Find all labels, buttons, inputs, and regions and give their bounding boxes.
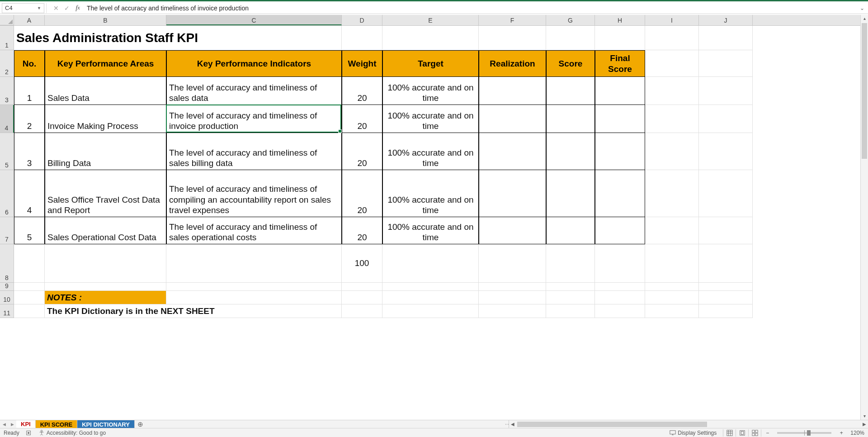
cell-finalscore[interactable] — [595, 105, 645, 133]
cell-empty[interactable] — [546, 304, 595, 318]
cell-empty[interactable] — [699, 77, 753, 105]
cell-no[interactable]: 5 — [14, 217, 45, 244]
horizontal-scrollbar[interactable]: ◀ ▶ — [509, 420, 868, 428]
scroll-down-icon[interactable]: ▾ — [861, 413, 868, 420]
column-header-C[interactable]: C — [166, 15, 342, 25]
cell-kpa[interactable]: Billing Data — [45, 133, 166, 170]
row-header-7[interactable]: 7 — [0, 217, 14, 244]
cell-empty[interactable] — [166, 244, 342, 283]
row-header-8[interactable]: 8 — [0, 244, 14, 283]
cell-target[interactable]: 100% accurate and on time — [382, 105, 479, 133]
cell-empty[interactable] — [45, 244, 166, 283]
zoom-out-button[interactable]: − — [761, 429, 774, 437]
name-box-dropdown-icon[interactable]: ▼ — [37, 6, 41, 10]
cell-empty[interactable] — [546, 26, 595, 50]
status-accessibility[interactable]: Accessibility: Good to go — [38, 430, 106, 436]
cell-empty[interactable] — [14, 283, 45, 291]
cell-empty[interactable] — [166, 283, 342, 291]
scroll-left-icon[interactable]: ◀ — [509, 422, 516, 427]
cell-empty[interactable] — [382, 26, 479, 50]
cell-score[interactable] — [546, 77, 595, 105]
zoom-in-button[interactable]: + — [835, 429, 848, 437]
normal-view-button[interactable] — [723, 429, 736, 437]
cell-empty[interactable] — [479, 26, 546, 50]
vertical-scrollbar[interactable]: ▴ ▾ — [860, 15, 868, 420]
scroll-up-icon[interactable]: ▴ — [861, 15, 868, 22]
sheet-tab-kpi-score[interactable]: KPI SCORE — [36, 420, 78, 428]
cell-empty[interactable] — [595, 304, 645, 318]
cell-empty[interactable] — [382, 304, 479, 318]
cell-target[interactable]: 100% accurate and on time — [382, 133, 479, 170]
cell-target[interactable]: 100% accurate and on time — [382, 170, 479, 217]
enter-icon[interactable]: ✓ — [61, 3, 72, 13]
vertical-scroll-thumb[interactable] — [862, 23, 867, 159]
formula-bar-expand-icon[interactable]: ⌄ — [858, 5, 866, 11]
cell-kpa[interactable]: Invoice Making Process — [45, 105, 166, 133]
cell-empty[interactable] — [382, 244, 479, 283]
cell-no[interactable]: 1 — [14, 77, 45, 105]
cell-empty[interactable] — [479, 244, 546, 283]
cell-empty[interactable] — [645, 26, 699, 50]
row-header-2[interactable]: 2 — [0, 50, 14, 77]
cell-empty[interactable] — [595, 291, 645, 304]
column-header-E[interactable]: E — [382, 15, 479, 25]
zoom-slider[interactable] — [777, 432, 831, 434]
scroll-right-icon[interactable]: ▶ — [861, 422, 868, 427]
cell-kpi[interactable]: The level of accuracy and timeliness of … — [166, 170, 342, 217]
zoom-level[interactable]: 120% — [850, 430, 864, 436]
cell-no[interactable]: 4 — [14, 170, 45, 217]
cell-empty[interactable] — [595, 244, 645, 283]
cell-score[interactable] — [546, 217, 595, 244]
cell-empty[interactable] — [595, 26, 645, 50]
cell-empty[interactable] — [645, 170, 699, 217]
row-header-6[interactable]: 6 — [0, 170, 14, 217]
cell-finalscore[interactable] — [595, 133, 645, 170]
formula-input[interactable] — [83, 3, 858, 13]
fx-icon[interactable]: fx — [72, 3, 83, 13]
sheet-tab-kpi[interactable]: KPI — [16, 420, 36, 428]
cell-empty[interactable] — [699, 283, 753, 291]
sheet-tab-kpi-dictionary[interactable]: KPI DICTIONARY — [77, 420, 135, 428]
page-break-view-button[interactable] — [748, 429, 761, 437]
cell-empty[interactable] — [645, 283, 699, 291]
cell-empty[interactable] — [595, 283, 645, 291]
cell-realization[interactable] — [479, 170, 546, 217]
cell-weight[interactable]: 20 — [342, 77, 382, 105]
cell-empty[interactable] — [699, 291, 753, 304]
cell-empty[interactable] — [166, 291, 342, 304]
cell-empty[interactable] — [645, 133, 699, 170]
cell-target[interactable]: 100% accurate and on time — [382, 77, 479, 105]
notes-text[interactable]: The KPI Dictionary is in the NEXT SHEET — [45, 304, 342, 318]
row-header-11[interactable]: 11 — [0, 304, 14, 318]
display-settings[interactable]: Display Settings — [670, 430, 717, 436]
cell-empty[interactable] — [546, 283, 595, 291]
cell-realization[interactable] — [479, 217, 546, 244]
cell-empty[interactable] — [699, 217, 753, 244]
column-header-B[interactable]: B — [45, 15, 166, 25]
column-header-F[interactable]: F — [479, 15, 546, 25]
cell-empty[interactable] — [479, 291, 546, 304]
cell-finalscore[interactable] — [595, 217, 645, 244]
row-header-4[interactable]: 4 — [0, 105, 14, 133]
cell-empty[interactable] — [342, 26, 382, 50]
row-header-3[interactable]: 3 — [0, 77, 14, 105]
select-all-cell[interactable] — [0, 15, 14, 25]
cell-kpi[interactable]: The level of accuracy and timeliness of … — [166, 133, 342, 170]
cell-kpa[interactable]: Sales Operational Cost Data — [45, 217, 166, 244]
cell-target[interactable]: 100% accurate and on time — [382, 217, 479, 244]
cancel-icon[interactable]: ✕ — [51, 3, 61, 13]
cell-kpi[interactable]: The level of accuracy and timeliness of … — [166, 105, 342, 133]
new-sheet-button[interactable]: ⊕ — [135, 420, 146, 428]
column-header-J[interactable]: J — [699, 15, 753, 25]
cell-realization[interactable] — [479, 133, 546, 170]
cell-no[interactable]: 3 — [14, 133, 45, 170]
row-header-9[interactable]: 9 — [0, 283, 14, 291]
cell-empty[interactable] — [699, 50, 753, 77]
tab-nav-next-icon[interactable]: ▶ — [8, 420, 16, 428]
cell-kpi[interactable]: The level of accuracy and timeliness of … — [166, 217, 342, 244]
row-header-1[interactable]: 1 — [0, 26, 14, 50]
cell-empty[interactable] — [645, 217, 699, 244]
cell-empty[interactable] — [645, 291, 699, 304]
cell-empty[interactable] — [645, 105, 699, 133]
cell-score[interactable] — [546, 105, 595, 133]
